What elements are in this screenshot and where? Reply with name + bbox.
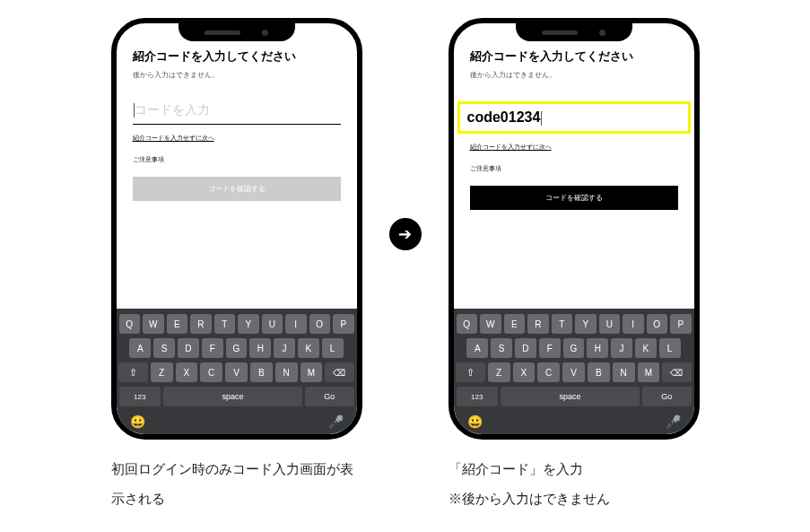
- keyboard-row-4: 123 space Go: [119, 387, 354, 406]
- key-v[interactable]: V: [562, 362, 585, 382]
- key-backspace[interactable]: ⌫: [662, 362, 691, 382]
- key-p[interactable]: P: [333, 314, 354, 334]
- phone-frame-step1: 紹介コードを入力してください 後から入力はできません。 コードを入力 紹介コード…: [111, 18, 362, 440]
- key-r[interactable]: R: [190, 314, 212, 334]
- notice-label[interactable]: ご注意事項: [133, 155, 341, 164]
- key-e[interactable]: E: [504, 314, 526, 334]
- confirm-button[interactable]: コードを確認する: [133, 177, 341, 201]
- key-e[interactable]: E: [167, 314, 188, 334]
- key-u[interactable]: U: [262, 314, 283, 334]
- code-input-value: code01234: [467, 109, 541, 125]
- key-a[interactable]: A: [466, 338, 488, 358]
- code-input-highlighted[interactable]: code01234: [457, 101, 691, 134]
- caption-step1: 初回ログイン時のみコード入力画面が表示される: [111, 454, 362, 513]
- key-o[interactable]: O: [309, 314, 331, 334]
- key-w[interactable]: W: [143, 314, 164, 334]
- key-q[interactable]: Q: [119, 314, 141, 334]
- key-go[interactable]: Go: [305, 387, 353, 406]
- emoji-icon[interactable]: 😀: [130, 414, 145, 429]
- keyboard-row-2: A S D F G H J K L: [119, 338, 354, 358]
- key-t[interactable]: T: [552, 314, 573, 334]
- key-b[interactable]: B: [588, 362, 610, 382]
- key-f[interactable]: F: [539, 338, 561, 358]
- keyboard-row-4: 123 space Go: [457, 387, 692, 406]
- screen-title: 紹介コードを入力してください: [133, 48, 341, 65]
- key-a[interactable]: A: [129, 338, 151, 358]
- key-g[interactable]: G: [226, 338, 248, 358]
- mic-icon[interactable]: 🎤: [666, 414, 681, 429]
- key-shift[interactable]: ⇧: [456, 362, 484, 382]
- key-i[interactable]: I: [623, 314, 644, 334]
- key-m[interactable]: M: [300, 362, 323, 382]
- key-l[interactable]: L: [322, 338, 344, 358]
- screen-title: 紹介コードを入力してください: [470, 48, 678, 65]
- screen-subtitle: 後から入力はできません。: [133, 70, 341, 80]
- key-j[interactable]: J: [611, 338, 632, 358]
- key-u[interactable]: U: [599, 314, 621, 334]
- emoji-icon[interactable]: 😀: [467, 414, 483, 429]
- key-s[interactable]: S: [153, 338, 175, 358]
- caption-step2: 「紹介コード」を入力 ※後から入力はできません: [449, 454, 700, 513]
- key-x[interactable]: X: [513, 362, 536, 382]
- key-space[interactable]: space: [163, 387, 302, 406]
- key-j[interactable]: J: [274, 338, 295, 358]
- keyboard-row-2: A S D F G H J K L: [457, 338, 692, 358]
- key-z[interactable]: Z: [488, 362, 510, 382]
- key-go[interactable]: Go: [642, 387, 691, 406]
- key-v[interactable]: V: [225, 362, 248, 382]
- screen-subtitle: 後から入力はできません。: [470, 70, 678, 80]
- phone-frame-step2: 紹介コードを入力してください 後から入力はできません。 code01234 紹介…: [449, 18, 700, 440]
- key-t[interactable]: T: [214, 314, 236, 334]
- key-y[interactable]: Y: [575, 314, 597, 334]
- keyboard-row-3: ⇧ Z X C V B N M ⌫: [119, 362, 354, 382]
- key-h[interactable]: H: [249, 338, 271, 358]
- key-f[interactable]: F: [202, 338, 223, 358]
- key-m[interactable]: M: [638, 362, 660, 382]
- key-g[interactable]: G: [563, 338, 585, 358]
- key-l[interactable]: L: [659, 338, 681, 358]
- keyboard-row-1: Q W E R T Y U I O P: [119, 314, 354, 334]
- keyboard: Q W E R T Y U I O P A S D: [117, 309, 357, 434]
- keyboard-bottom-row: 😀 🎤: [119, 411, 354, 431]
- key-s[interactable]: S: [491, 338, 512, 358]
- code-input-placeholder: コードを入力: [135, 102, 210, 117]
- key-d[interactable]: D: [515, 338, 536, 358]
- key-h[interactable]: H: [587, 338, 608, 358]
- key-w[interactable]: W: [480, 314, 501, 334]
- phone-notch: [179, 23, 295, 41]
- key-k[interactable]: K: [635, 338, 657, 358]
- mic-icon[interactable]: 🎤: [328, 414, 344, 429]
- key-123[interactable]: 123: [457, 387, 499, 406]
- code-input[interactable]: コードを入力: [133, 101, 341, 125]
- confirm-button[interactable]: コードを確認する: [470, 186, 678, 210]
- phone-notch: [516, 23, 632, 41]
- key-q[interactable]: Q: [457, 314, 478, 334]
- key-b[interactable]: B: [250, 362, 273, 382]
- skip-link[interactable]: 紹介コードを入力せずに次へ: [470, 143, 678, 152]
- key-o[interactable]: O: [647, 314, 668, 334]
- keyboard-row-3: ⇧ Z X C V B N M ⌫: [457, 362, 692, 382]
- key-y[interactable]: Y: [238, 314, 259, 334]
- key-i[interactable]: I: [285, 314, 307, 334]
- keyboard: Q W E R T Y U I O P A S D: [454, 309, 694, 434]
- arrow-icon: ➔: [389, 218, 422, 250]
- key-123[interactable]: 123: [119, 387, 161, 406]
- keyboard-row-1: Q W E R T Y U I O P: [457, 314, 692, 334]
- key-backspace[interactable]: ⌫: [325, 362, 353, 382]
- notice-label[interactable]: ご注意事項: [470, 164, 678, 173]
- key-x[interactable]: X: [176, 362, 198, 382]
- keyboard-bottom-row: 😀 🎤: [457, 411, 692, 431]
- key-k[interactable]: K: [298, 338, 319, 358]
- key-c[interactable]: C: [200, 362, 222, 382]
- key-shift[interactable]: ⇧: [118, 362, 147, 382]
- key-c[interactable]: C: [537, 362, 560, 382]
- key-n[interactable]: N: [275, 362, 298, 382]
- key-space[interactable]: space: [501, 387, 640, 406]
- key-p[interactable]: P: [670, 314, 692, 334]
- skip-link[interactable]: 紹介コードを入力せずに次へ: [133, 134, 341, 143]
- key-r[interactable]: R: [527, 314, 549, 334]
- key-d[interactable]: D: [178, 338, 199, 358]
- key-z[interactable]: Z: [151, 362, 173, 382]
- key-n[interactable]: N: [613, 362, 635, 382]
